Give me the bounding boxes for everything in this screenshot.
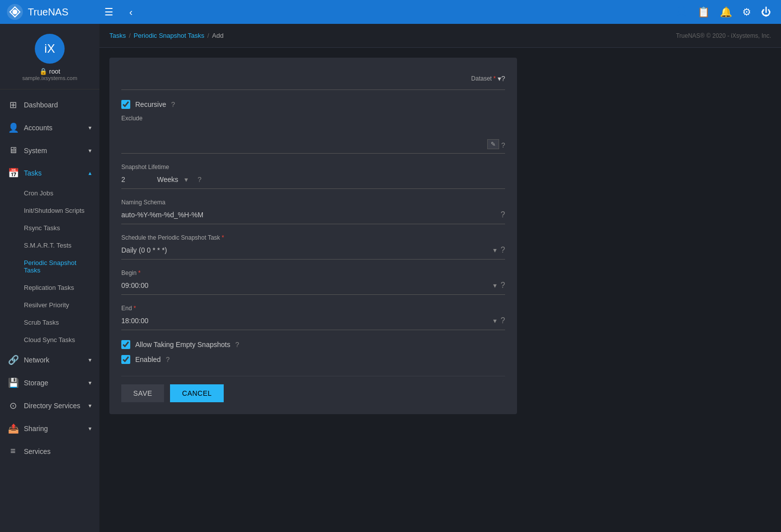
- sidebar-user: iX 🔒 root sample.ixsystems.com: [0, 24, 99, 89]
- sidebar-item-init-shutdown[interactable]: Init/Shutdown Scripts: [0, 202, 99, 219]
- chevron-down-icon: ▾: [88, 356, 91, 363]
- menu-button[interactable]: ☰: [100, 2, 117, 22]
- save-button[interactable]: SAVE: [121, 384, 164, 402]
- dataset-group: Dataset * ▾ ?: [121, 70, 505, 90]
- services-icon: ≡: [8, 446, 18, 456]
- recursive-checkbox[interactable]: [121, 100, 130, 109]
- schedule-dropdown-arrow[interactable]: ▾: [493, 246, 497, 254]
- cancel-button[interactable]: CANCEL: [170, 384, 224, 402]
- breadcrumb-sep-1: /: [129, 32, 131, 39]
- sidebar-item-smart-tests[interactable]: S.M.A.R.T. Tests: [0, 237, 99, 254]
- sidebar-item-label: Accounts: [24, 124, 53, 132]
- snapshot-lifetime-help-icon[interactable]: ?: [198, 176, 202, 183]
- exclude-label: Exclude: [121, 115, 505, 122]
- sidebar-item-replication-tasks[interactable]: Replication Tasks: [0, 279, 99, 296]
- user-icon: 👤: [675, 6, 688, 18]
- allow-empty-label: Allow Taking Empty Snapshots: [135, 341, 230, 349]
- sidebar-item-accounts[interactable]: 👤 Accounts ▾: [0, 116, 99, 139]
- begin-dropdown-arrow[interactable]: ▾: [493, 281, 497, 289]
- end-input[interactable]: [121, 314, 491, 328]
- schedule-label: Schedule the Periodic Snapshot Task *: [121, 234, 505, 241]
- end-label: End *: [121, 305, 505, 312]
- lock-icon: 🔒: [39, 68, 47, 75]
- sidebar-domain: sample.ixsystems.com: [22, 75, 78, 81]
- end-help-icon[interactable]: ?: [501, 316, 505, 325]
- breadcrumb-periodic-snapshot[interactable]: Periodic Snapshot Tasks: [134, 32, 204, 39]
- notification-button[interactable]: 🔔: [716, 2, 736, 22]
- user-icon-button[interactable]: 👤: [671, 2, 692, 22]
- dataset-dropdown-arrow[interactable]: ▾: [498, 75, 501, 83]
- dataset-input[interactable]: [121, 70, 471, 88]
- report-icon: 📋: [697, 6, 710, 18]
- sidebar-item-network[interactable]: 🔗 Network ▾: [0, 349, 99, 371]
- sidebar-item-sharing[interactable]: 📤 Sharing ▾: [0, 417, 99, 440]
- end-dropdown-arrow[interactable]: ▾: [493, 317, 497, 325]
- naming-schema-help-icon[interactable]: ?: [501, 210, 505, 219]
- enabled-row: Enabled ?: [121, 355, 505, 364]
- enabled-checkbox[interactable]: [121, 355, 130, 364]
- back-button[interactable]: ‹: [125, 2, 137, 22]
- naming-schema-label: Naming Schema: [121, 199, 505, 206]
- end-row: ▾ ?: [121, 314, 505, 330]
- sidebar-nav: ⊞ Dashboard 👤 Accounts ▾ 🖥 System ▾ 📅 Ta…: [0, 89, 99, 532]
- schedule-row: ▾ ?: [121, 243, 505, 260]
- breadcrumb-tasks[interactable]: Tasks: [109, 32, 126, 39]
- tasks-icon: 📅: [8, 168, 18, 178]
- sidebar-item-system[interactable]: 🖥 System ▾: [0, 139, 99, 162]
- sidebar-item-periodic-snapshot[interactable]: Periodic Snapshot Tasks: [0, 254, 99, 279]
- enabled-help-icon[interactable]: ?: [166, 355, 170, 363]
- form-card: Dataset * ▾ ? Recursive ? Exclude: [109, 58, 517, 414]
- sidebar-item-rsync-tasks[interactable]: Rsync Tasks: [0, 219, 99, 237]
- snapshot-lifetime-input[interactable]: [121, 173, 151, 186]
- power-button[interactable]: ⏻: [757, 2, 775, 22]
- sidebar-item-label: Network: [24, 356, 49, 364]
- dataset-help-icon[interactable]: ?: [501, 75, 505, 83]
- sidebar-item-label: Directory Services: [24, 402, 81, 410]
- storage-icon: 💾: [8, 377, 18, 388]
- sidebar-item-label: Tasks: [24, 169, 42, 177]
- hamburger-icon: ☰: [104, 6, 113, 18]
- snapshot-lifetime-row: Weeks ▾ ?: [121, 173, 505, 189]
- chevron-down-icon: ▾: [88, 425, 91, 432]
- recursive-label: Recursive: [135, 100, 166, 108]
- allow-empty-help-icon[interactable]: ?: [235, 341, 239, 349]
- app-logo: TrueNAS: [6, 3, 100, 21]
- sidebar-item-directory-services[interactable]: ⊙ Directory Services ▾: [0, 394, 99, 417]
- sidebar-item-dashboard[interactable]: ⊞ Dashboard: [0, 93, 99, 116]
- report-button[interactable]: 📋: [694, 2, 714, 22]
- snapshot-lifetime-unit-dropdown[interactable]: ▾: [184, 176, 188, 183]
- snapshot-lifetime-group: Snapshot Lifetime Weeks ▾ ?: [121, 164, 505, 189]
- begin-help-icon[interactable]: ?: [501, 281, 505, 290]
- snapshot-lifetime-unit-label: Weeks: [157, 176, 178, 183]
- schedule-help-icon[interactable]: ?: [501, 246, 505, 255]
- accounts-icon: 👤: [8, 122, 18, 133]
- begin-label: Begin *: [121, 269, 505, 276]
- sidebar-item-cloud-sync-tasks[interactable]: Cloud Sync Tasks: [0, 331, 99, 349]
- sidebar-item-services[interactable]: ≡ Services: [0, 440, 99, 462]
- exclude-help-icon[interactable]: ?: [501, 141, 505, 149]
- dataset-row: Dataset * ▾ ?: [121, 70, 505, 90]
- recursive-row: Recursive ?: [121, 100, 505, 109]
- schedule-input[interactable]: [121, 243, 491, 257]
- schedule-group: Schedule the Periodic Snapshot Task * ▾ …: [121, 234, 505, 260]
- naming-schema-input[interactable]: [121, 208, 497, 222]
- sidebar-item-storage[interactable]: 💾 Storage ▾: [0, 371, 99, 394]
- sidebar-item-label: Services: [24, 447, 51, 455]
- allow-empty-checkbox[interactable]: [121, 340, 130, 349]
- topbar: TrueNAS ☰ ‹ 👤 📋 🔔 ⚙ ⏻: [0, 0, 781, 24]
- sidebar-item-tasks[interactable]: 📅 Tasks ▴: [0, 162, 99, 184]
- main-content: Dataset * ▾ ? Recursive ? Exclude: [99, 48, 781, 532]
- sidebar-item-cron-jobs[interactable]: Cron Jobs: [0, 184, 99, 202]
- sidebar-item-label: Dashboard: [24, 101, 58, 109]
- sidebar-item-resilver-priority[interactable]: Resilver Priority: [0, 296, 99, 314]
- settings-button[interactable]: ⚙: [738, 2, 755, 22]
- topbar-right: 👤 📋 🔔 ⚙ ⏻: [671, 2, 775, 22]
- begin-input[interactable]: [121, 278, 491, 292]
- sidebar-item-scrub-tasks[interactable]: Scrub Tasks: [0, 314, 99, 331]
- recursive-help-icon[interactable]: ?: [171, 100, 175, 108]
- sidebar: iX 🔒 root sample.ixsystems.com ⊞ Dashboa…: [0, 24, 99, 532]
- exclude-edit-button[interactable]: ✎: [487, 139, 499, 149]
- sidebar-item-label: Storage: [24, 379, 48, 387]
- exclude-area: ✎ ?: [121, 124, 505, 154]
- topbar-center: ☰ ‹: [100, 2, 671, 22]
